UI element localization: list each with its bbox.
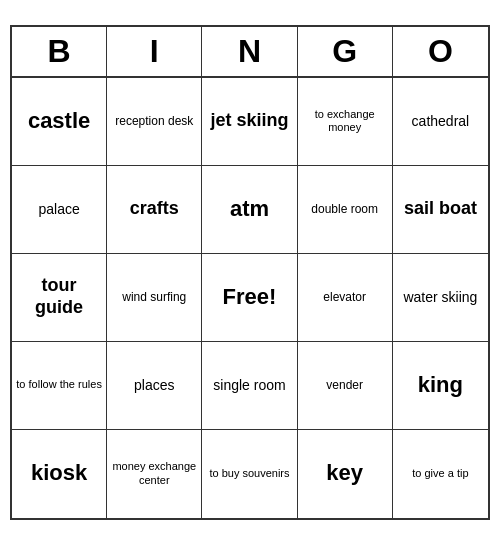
cell-text: cathedral [412, 113, 470, 130]
bingo-cell[interactable]: wind surfing [107, 254, 202, 342]
bingo-cell[interactable]: elevator [298, 254, 393, 342]
bingo-cell[interactable]: cathedral [393, 78, 488, 166]
cell-text: tour guide [16, 275, 102, 318]
bingo-cell[interactable]: castle [12, 78, 107, 166]
bingo-cell[interactable]: single room [202, 342, 297, 430]
cell-text: single room [213, 377, 285, 394]
bingo-grid: castlereception deskjet skiingto exchang… [12, 78, 488, 518]
bingo-cell[interactable]: Free! [202, 254, 297, 342]
bingo-cell[interactable]: kiosk [12, 430, 107, 518]
header-letter: B [12, 27, 107, 76]
header-letter: N [202, 27, 297, 76]
cell-text: reception desk [115, 114, 193, 128]
bingo-cell[interactable]: king [393, 342, 488, 430]
cell-text: sail boat [404, 198, 477, 220]
cell-text: kiosk [31, 460, 87, 486]
cell-text: castle [28, 108, 90, 134]
bingo-cell[interactable]: to give a tip [393, 430, 488, 518]
bingo-cell[interactable]: atm [202, 166, 297, 254]
bingo-cell[interactable]: to exchange money [298, 78, 393, 166]
bingo-cell[interactable]: crafts [107, 166, 202, 254]
bingo-cell[interactable]: reception desk [107, 78, 202, 166]
cell-text: wind surfing [122, 290, 186, 304]
bingo-header: BINGO [12, 27, 488, 78]
cell-text: elevator [323, 290, 366, 304]
bingo-cell[interactable]: key [298, 430, 393, 518]
cell-text: jet skiing [210, 110, 288, 132]
cell-text: water skiing [403, 289, 477, 306]
cell-text: to follow the rules [16, 378, 102, 391]
cell-text: key [326, 460, 363, 486]
cell-text: to give a tip [412, 467, 468, 480]
cell-text: double room [311, 202, 378, 216]
cell-text: crafts [130, 198, 179, 220]
bingo-cell[interactable]: double room [298, 166, 393, 254]
cell-text: atm [230, 196, 269, 222]
cell-text: to exchange money [302, 108, 388, 134]
bingo-card: BINGO castlereception deskjet skiingto e… [10, 25, 490, 520]
cell-text: places [134, 377, 174, 394]
bingo-cell[interactable]: places [107, 342, 202, 430]
header-letter: O [393, 27, 488, 76]
header-letter: G [298, 27, 393, 76]
header-letter: I [107, 27, 202, 76]
bingo-cell[interactable]: money exchange center [107, 430, 202, 518]
cell-text: palace [38, 201, 79, 218]
bingo-cell[interactable]: water skiing [393, 254, 488, 342]
bingo-cell[interactable]: vender [298, 342, 393, 430]
cell-text: money exchange center [111, 460, 197, 486]
cell-text: king [418, 372, 463, 398]
cell-text: Free! [223, 284, 277, 310]
bingo-cell[interactable]: palace [12, 166, 107, 254]
bingo-cell[interactable]: jet skiing [202, 78, 297, 166]
bingo-cell[interactable]: to follow the rules [12, 342, 107, 430]
bingo-cell[interactable]: to buy souvenirs [202, 430, 297, 518]
bingo-cell[interactable]: sail boat [393, 166, 488, 254]
cell-text: vender [326, 378, 363, 392]
cell-text: to buy souvenirs [209, 467, 289, 480]
bingo-cell[interactable]: tour guide [12, 254, 107, 342]
